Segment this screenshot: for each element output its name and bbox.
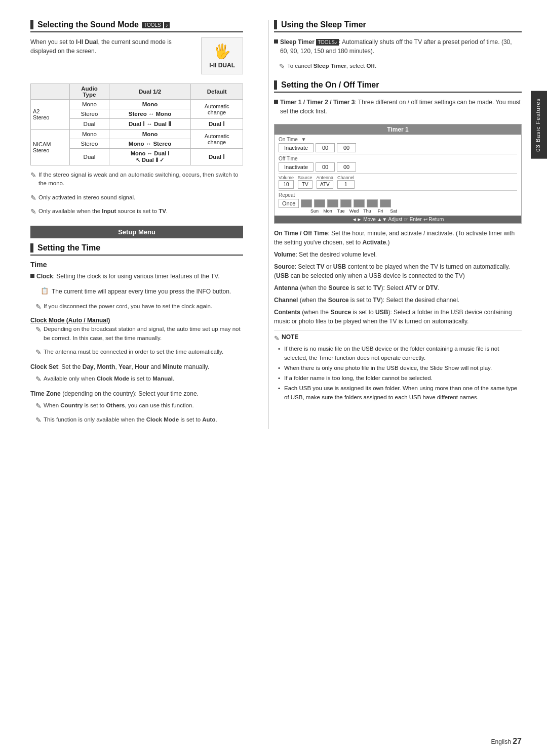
- sat-label: Sat: [388, 208, 399, 214]
- repeat-row: Once ▪ ▪ ▪ ▪ ▪ ▪ ▪: [279, 199, 517, 208]
- header-bar-icon: [30, 20, 33, 29]
- note-title: NOTE: [282, 333, 298, 341]
- day-thu: ▪: [354, 199, 365, 207]
- pencil-icon: ✎: [30, 171, 36, 179]
- source-desc: Source: Select TV or USB content to be p…: [274, 262, 522, 280]
- day-mon: ▪: [314, 199, 325, 207]
- antenna-label: Antenna: [317, 175, 334, 180]
- off-minute: 00: [337, 162, 356, 172]
- timer-bullet: Timer 1 / Timer 2 / Timer 3: Three diffe…: [274, 98, 522, 119]
- time-zone-text: Time Zone (depending on the country): Se…: [30, 389, 243, 398]
- day-tue: ▪: [327, 199, 338, 207]
- on-off-timer-header: Setting the On / Off Timer: [274, 80, 522, 93]
- contents-desc: Contents (when the Source is set to USB)…: [274, 308, 522, 326]
- on-inactivate: Inactivate: [279, 143, 314, 152]
- tools-badge: TOOLS: [142, 22, 163, 28]
- sun-label: Sun: [309, 208, 320, 214]
- day-fri: ▪: [367, 199, 378, 207]
- volume-desc: Volume: Set the desired volume level.: [274, 250, 522, 259]
- note-item: If there is no music file on the USB dev…: [278, 345, 522, 362]
- timer-body: On Time ▼ Inactivate 00 00 Off Time Inac…: [275, 135, 521, 216]
- time-heading: Time: [30, 261, 243, 269]
- off-time-label: Off Time: [279, 156, 517, 161]
- language-label: English: [491, 738, 511, 745]
- antenna-desc: Antenna (when the Source is set to TV): …: [274, 283, 522, 292]
- note-stereo-weak: ✎ If the stereo signal is weak and an au…: [30, 171, 243, 191]
- antenna-value: ATV: [317, 180, 334, 189]
- info-note: 📋 The current time will appear every tim…: [41, 287, 243, 299]
- bullet-square-icon: [274, 39, 278, 44]
- tue-label: Tue: [335, 208, 346, 214]
- on-off-timer-title: Setting the On / Off Timer: [281, 80, 379, 90]
- timer-title: Timer 1: [275, 124, 521, 135]
- channel-label: Channel: [337, 175, 355, 180]
- type-stereo: Stereo: [70, 109, 109, 119]
- note-input-tv: ✎ Only available when the Input source i…: [30, 207, 243, 219]
- note-power-cord: ✎ If you disconnect the power cord, you …: [35, 302, 243, 314]
- on-hour: 00: [316, 143, 335, 152]
- note-clock-auto2: ✎ This function is only available when t…: [35, 415, 243, 427]
- on-off-timer-section: Setting the On / Off Timer Timer 1 / Tim…: [274, 80, 522, 402]
- group-nicam: NICAMStereo: [31, 130, 70, 165]
- day-labels: Sun Mon Tue Wed Thu Fri Sat: [309, 208, 517, 214]
- timer-box: Timer 1 On Time ▼ Inactivate 00 00 Off T…: [274, 124, 522, 224]
- sleep-timer-bullet: Sleep Timer TOOLS♪: Automatically shuts …: [274, 37, 522, 59]
- divider: [279, 173, 517, 174]
- clock-set-text: Clock Set: Set the Day, Month, Year, Hou…: [30, 362, 243, 371]
- on-time-row: Inactivate 00 00: [279, 143, 517, 152]
- type-nicam-dual: Dual: [70, 149, 109, 165]
- pencil-icon: ✎: [30, 207, 36, 216]
- source-label: Source: [298, 175, 312, 180]
- pencil-icon: ✎: [35, 402, 42, 410]
- pencil-icon: ✎: [35, 375, 42, 383]
- type-dual: Dual: [70, 119, 109, 130]
- table-header-default: Default: [191, 84, 243, 100]
- note-pencil-icon: ✎: [274, 334, 280, 342]
- sleep-timer-section: Using the Sleep Timer Sleep Timer TOOLS♪…: [274, 20, 522, 73]
- on-off-time-desc: On Time / Off Time: Set the hour, minute…: [274, 229, 522, 247]
- divider: [279, 154, 517, 154]
- pencil-icon: ✎: [35, 325, 42, 333]
- pencil-icon: ✎: [35, 303, 42, 311]
- pencil-icon: ✎: [35, 416, 42, 424]
- selecting-sound-mode-section: Selecting the Sound Mode TOOLS ♪ When yo…: [30, 20, 243, 219]
- channel-group: Channel 1: [337, 175, 355, 189]
- sound-mode-title: Selecting the Sound Mode: [37, 20, 139, 29]
- dual-nicam-mono: Mono: [109, 130, 190, 139]
- volume-value: 10: [279, 180, 294, 189]
- on-time-label: On Time ▼: [279, 137, 517, 142]
- repeat-once: Once: [279, 199, 299, 208]
- wed-label: Wed: [348, 208, 360, 214]
- day-sun: ▪: [301, 199, 312, 207]
- thu-label: Thu: [362, 208, 373, 214]
- default-dual-i: Dual Ⅰ: [191, 119, 243, 130]
- note-item: When there is only one photo file in the…: [278, 364, 522, 372]
- mon-label: Mon: [322, 208, 333, 214]
- type-nicam-mono: Mono: [70, 130, 109, 139]
- info-icon: 📋: [41, 287, 49, 295]
- bullet-square-icon: [30, 274, 34, 278]
- volume-label: Volume: [279, 175, 294, 180]
- right-column: Using the Sleep Timer Sleep Timer TOOLS♪…: [268, 20, 522, 429]
- bullet-square-icon: [274, 100, 278, 104]
- pencil-icon: ✎: [30, 194, 36, 202]
- sleep-timer-note: ✎ To cancel Sleep Timer, select Off.: [279, 62, 522, 73]
- header-bar-icon: [274, 80, 277, 90]
- default-nicam-auto: Automaticchange: [191, 130, 243, 149]
- audio-table: AudioType Dual 1/2 Default A2Stereo Mono…: [30, 83, 243, 165]
- default-auto: Automaticchange: [191, 100, 243, 119]
- timer-options-row: Volume 10 Source TV Antenna ATV Channe: [279, 175, 517, 189]
- note-title-row: ✎ NOTE: [274, 333, 522, 343]
- setting-time-title: Setting the Time: [37, 243, 100, 253]
- day-sat: ▪: [380, 199, 391, 207]
- source-value: TV: [298, 180, 312, 189]
- repeat-label: Repeat: [279, 192, 517, 198]
- pencil-icon: ✎: [279, 62, 285, 70]
- dual-nicam-stereo: Mono ↔ Stereo: [109, 139, 190, 149]
- note-item: If a folder name is too long, the folder…: [278, 374, 522, 383]
- note-country-others: ✎ When Country is set to Others, you can…: [35, 401, 243, 413]
- dual-dual: Dual Ⅰ ↔ Dual Ⅱ: [109, 119, 190, 130]
- table-row: NICAMStereo Mono Mono Automaticchange: [31, 130, 243, 139]
- hand-icon: 🖐: [209, 43, 235, 60]
- volume-group: Volume 10: [279, 175, 294, 189]
